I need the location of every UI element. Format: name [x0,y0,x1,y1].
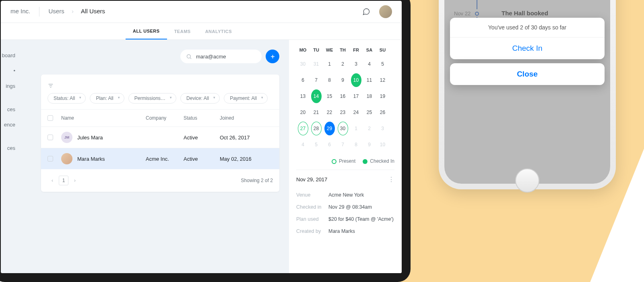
select-all-checkbox[interactable] [47,115,53,121]
legend-present: Present [332,158,355,164]
cal-day[interactable]: 13 [298,89,308,103]
cal-day[interactable]: 7 [338,138,348,151]
showing-text: Showing 2 of 2 [241,178,273,183]
chat-icon[interactable] [362,8,370,16]
checkin-button[interactable]: Check In [450,37,605,59]
cal-day[interactable]: 10 [378,138,388,151]
user-name: Jules Mara [77,135,103,141]
cal-day[interactable]: 22 [324,106,335,119]
search-value: mara@acme [196,54,226,60]
svg-line-1 [190,58,191,59]
cal-day[interactable]: 25 [364,106,375,119]
sidebar-item-dashboard[interactable]: board [1,48,17,63]
cal-day[interactable]: 14 [311,89,322,103]
cal-day[interactable]: 3 [351,57,361,71]
filter-plan[interactable]: Plan: All [90,93,124,104]
sidebar-item-attendance[interactable]: ence [1,117,17,133]
add-user-button[interactable] [266,50,279,63]
detail-label: Checked in [296,204,328,210]
cal-day[interactable]: 8 [351,138,361,151]
cal-day[interactable]: 24 [351,106,361,119]
cal-day[interactable]: 15 [324,89,335,103]
cal-day[interactable]: 20 [298,106,308,119]
sheet-message: You've used 2 of 30 days so far [450,18,605,37]
search-input[interactable]: mara@acme [180,50,262,63]
sidebar-item-spaces[interactable]: ces [1,102,17,117]
phone-mockup: 8:34 am Checked in Acme New York @ 8:34 … [439,0,616,189]
cal-day[interactable]: 7 [311,73,322,87]
pager: ‹ 1 › Showing 2 of 2 [41,169,279,192]
cal-day[interactable]: 30 [338,122,348,135]
svg-point-0 [187,54,191,58]
breadcrumb-section[interactable]: Users [49,8,64,15]
sidebar: board • ings ces ence ces [1,40,17,273]
cal-day[interactable]: 1 [324,57,335,71]
cal-day[interactable]: 5 [311,138,322,151]
more-icon[interactable]: ⋮ [388,176,394,183]
calendar-weekdays: MO TU WE TH FR SA SU [296,44,394,56]
breadcrumb-page[interactable]: All Users [81,8,105,15]
cal-day[interactable]: 1 [351,122,361,135]
cal-day[interactable]: 28 [311,122,322,135]
cal-day[interactable]: 12 [378,73,388,87]
cal-day[interactable]: 29 [324,122,335,135]
home-button[interactable] [515,168,539,193]
next-page-button[interactable]: › [70,176,80,185]
table-row[interactable]: Mara Marks Acme Inc. Active May 02, 2016 [41,148,279,169]
prev-page-button[interactable]: ‹ [47,176,57,185]
breadcrumb: me Inc. Users › All Users [10,7,105,17]
cal-day[interactable]: 26 [378,106,388,119]
filter-payment[interactable]: Payment: All [224,93,268,104]
cal-day[interactable]: 2 [364,122,375,135]
detail-label: Created by [296,228,328,234]
filter-status[interactable]: Status: All [47,93,86,104]
cal-day[interactable]: 8 [324,73,335,87]
user-joined: Oct 26, 2017 [220,135,273,141]
sidebar-item-other[interactable]: ces [1,141,17,156]
sidebar-item[interactable]: • [1,63,17,79]
cal-day[interactable]: 6 [298,73,308,87]
cal-day[interactable]: 17 [351,89,361,103]
cal-day[interactable]: 19 [378,89,388,103]
cal-day[interactable]: 9 [338,73,348,87]
cal-day[interactable]: 2 [338,57,348,71]
cal-day[interactable]: 23 [338,106,348,119]
breadcrumb-org[interactable]: me Inc. [10,8,30,15]
filter-device[interactable]: Device: All [180,93,220,104]
cal-day[interactable]: 10 [351,73,361,87]
cal-day[interactable]: 4 [364,57,375,71]
cal-day[interactable]: 5 [378,57,388,71]
users-card: Status: All Plan: All Permissions… Devic… [41,75,279,192]
cal-day[interactable]: 30 [298,57,308,71]
cal-day[interactable]: 27 [298,122,308,135]
detail-value: Mara Marks [328,228,355,234]
cal-day[interactable]: 3 [378,122,388,135]
table-row[interactable]: JM Jules Mara Active Oct 26, 2017 [41,126,279,148]
cal-day[interactable]: 11 [364,73,375,87]
sidebar-item-settings[interactable]: ings [1,79,17,94]
cal-day[interactable]: 18 [364,89,375,103]
cal-day[interactable]: 16 [338,89,348,103]
close-button[interactable]: Close [450,63,605,85]
detail-value: $20 for $40 (Team @ 'Acme') [328,216,394,222]
cal-day[interactable]: 4 [298,138,308,151]
tab-all-users[interactable]: ALL USERS [126,23,167,39]
row-checkbox[interactable] [47,156,53,162]
tab-teams[interactable]: TEAMS [167,23,198,39]
legend-checked-in: Checked In [363,158,394,164]
topbar: me Inc. Users › All Users [1,1,402,23]
tab-analytics[interactable]: ANALYTICS [198,23,239,39]
cal-day[interactable]: 21 [311,106,322,119]
filter-permissions[interactable]: Permissions… [128,93,176,104]
cal-day[interactable]: 6 [324,138,335,151]
avatar[interactable] [379,5,392,18]
detail-date: Nov 29, 2017 [296,176,327,182]
page-number[interactable]: 1 [59,176,68,185]
cal-day[interactable]: 9 [364,138,375,151]
table-header: Name Company Status Joined [41,109,279,126]
user-avatar: JM [61,132,72,143]
row-checkbox[interactable] [47,135,53,140]
cal-day[interactable]: 31 [311,57,322,71]
user-avatar [61,153,72,164]
user-joined: May 02, 2016 [220,156,273,162]
